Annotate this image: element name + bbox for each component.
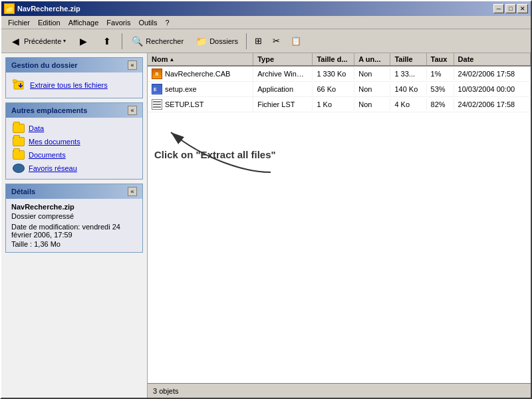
gestion-panel-content: Extraire tous les fichiers [6,72,142,98]
menubar: Fichier Edition Affichage Favoris Outils… [1,16,531,29]
col-header-taille[interactable]: Taille [390,53,426,65]
view-icon-2: ✂ [273,36,280,46]
world-icon [13,164,25,173]
autres-panel: Autres emplacements « Data Mes documents… [5,102,143,180]
extract-all-link[interactable]: Extraire tous les fichiers [11,76,137,94]
sidebar-item-favoris-reseau-label: Favoris réseau [29,164,77,172]
file-cell-a-un-1: Non [354,83,390,95]
main-window: 📁 NavRecherche.zip ─ □ ✕ Fichier Edition… [0,0,532,399]
detail-date: Date de modification: vendredi 24 févrie… [11,223,137,239]
annotation-text: Click on "Extract all files" [154,149,276,160]
col-header-nom[interactable]: Nom ▲ [148,53,253,65]
maximize-button[interactable]: □ [505,4,516,13]
table-row[interactable]: E setup.exe Application 66 Ko Non 140 Ko… [148,82,531,97]
details-collapse-button[interactable]: « [128,187,137,196]
up-button[interactable]: ⬆ [96,32,118,51]
col-header-type[interactable]: Type [253,53,313,65]
view-button-3[interactable]: 📋 [286,32,306,51]
autres-panel-content: Data Mes documents Documents Favoris rés… [6,118,142,179]
toolbar: ◀ Précédente ▾ ▶ ⬆ 🔍 Rechercher 📁 Dossie… [1,29,531,53]
menu-favoris[interactable]: Favoris [102,17,134,28]
file-cell-taille-d-0: 1 330 Ko [313,68,354,80]
file-cell-nom-1: E setup.exe [148,82,253,96]
details-panel-header[interactable]: Détails « [6,184,142,199]
view-button-2[interactable]: ✂ [268,32,285,51]
back-label: Précédente [24,37,61,45]
col-header-taux[interactable]: Taux [427,53,454,65]
autres-panel-header[interactable]: Autres emplacements « [6,103,142,118]
search-icon: 🔍 [130,35,144,48]
view-button-1[interactable]: ⊞ [250,32,267,51]
separator-2 [246,33,247,49]
file-cell-taux-0: 1% [427,68,454,80]
details-panel-title: Détails [11,188,35,196]
file-cell-taille-2: 4 Ko [390,98,426,110]
sidebar-item-documents-label: Documents [29,151,66,159]
folders-icon: 📁 [194,35,207,48]
file-list: Nom ▲ Type Taille d... A un... Taille [148,53,531,383]
sort-asc-icon: ▲ [169,57,174,63]
sidebar-item-data[interactable]: Data [11,122,137,135]
file-cell-nom-0: R NavRecherche.CAB [148,66,253,81]
autres-panel-title: Autres emplacements [11,106,87,114]
search-button[interactable]: 🔍 Rechercher [126,32,188,51]
titlebar-left: 📁 NavRecherche.zip [4,3,80,14]
rar-icon-0: R [152,68,162,79]
file-cell-taille-0: 1 33... [390,68,426,80]
menu-affichage[interactable]: Affichage [65,17,103,28]
file-cell-date-1: 10/03/2004 00:00 [454,83,531,95]
exe-icon-1: E [152,84,162,94]
lst-icon-2 [152,99,162,110]
sidebar: Gestion du dossier « Extraire tous les f… [1,53,148,398]
autres-collapse-button[interactable]: « [128,106,137,115]
sidebar-item-data-label: Data [29,124,44,132]
gestion-collapse-button[interactable]: « [128,61,137,70]
file-cell-taux-1: 53% [427,83,454,95]
file-cell-taille-1: 140 Ko [390,83,426,95]
close-button[interactable]: ✕ [517,4,528,13]
sidebar-item-favoris-reseau[interactable]: Favoris réseau [11,162,137,175]
folder-icon-mes-docs [13,137,25,146]
gestion-panel-header[interactable]: Gestion du dossier « [6,58,142,72]
folders-label: Dossiers [209,37,238,45]
folders-button[interactable]: 📁 Dossiers [190,32,243,51]
file-cell-a-un-0: Non [354,68,390,80]
details-panel-content: NavRecherche.zip Dossier compressé Date … [6,199,142,252]
file-cell-taille-d-2: 1 Ko [313,98,354,110]
up-icon: ⬆ [100,35,114,48]
menu-outils[interactable]: Outils [134,17,161,28]
col-header-date[interactable]: Date [454,53,531,65]
titlebar: 📁 NavRecherche.zip ─ □ ✕ [1,1,531,16]
sidebar-item-documents[interactable]: Documents [11,148,137,162]
file-cell-taille-d-1: 66 Ko [313,83,354,95]
forward-button[interactable]: ▶ [72,32,94,51]
table-row[interactable]: R NavRecherche.CAB Archive WinRAR 1 330 … [148,66,531,82]
separator-1 [122,33,122,49]
file-cell-date-0: 24/02/2006 17:58 [454,68,531,80]
window-icon: 📁 [4,3,15,14]
minimize-button[interactable]: ─ [493,4,504,13]
sidebar-item-mes-documents[interactable]: Mes documents [11,135,137,148]
titlebar-buttons: ─ □ ✕ [493,4,528,13]
gestion-panel-title: Gestion du dossier [11,61,78,69]
file-cell-taux-2: 82% [427,98,454,110]
file-cell-nom-2: SETUP.LST [148,97,253,112]
file-cell-date-2: 24/02/2006 17:58 [454,98,531,110]
menu-fichier[interactable]: Fichier [4,17,34,28]
col-header-taille-d[interactable]: Taille d... [313,53,354,65]
detail-filename: NavRecherche.zip [11,203,137,211]
view-icon-3: 📋 [291,36,301,46]
window-title: NavRecherche.zip [17,5,80,13]
gestion-panel: Gestion du dossier « Extraire tous les f… [5,57,143,98]
extract-icon [13,78,26,92]
file-cell-type-0: Archive WinRAR [253,68,313,80]
content-area: Gestion du dossier « Extraire tous les f… [1,53,531,398]
back-button[interactable]: ◀ Précédente ▾ [4,32,70,51]
table-row[interactable]: SETUP.LST Fichier LST 1 Ko Non 4 Ko 82% … [148,97,531,112]
svg-rect-1 [13,80,17,82]
menu-help[interactable]: ? [162,17,174,28]
col-header-a-un[interactable]: A un... [354,53,390,65]
file-cell-type-2: Fichier LST [253,98,313,110]
statusbar: 3 objets [148,383,531,398]
menu-edition[interactable]: Edition [34,17,65,28]
